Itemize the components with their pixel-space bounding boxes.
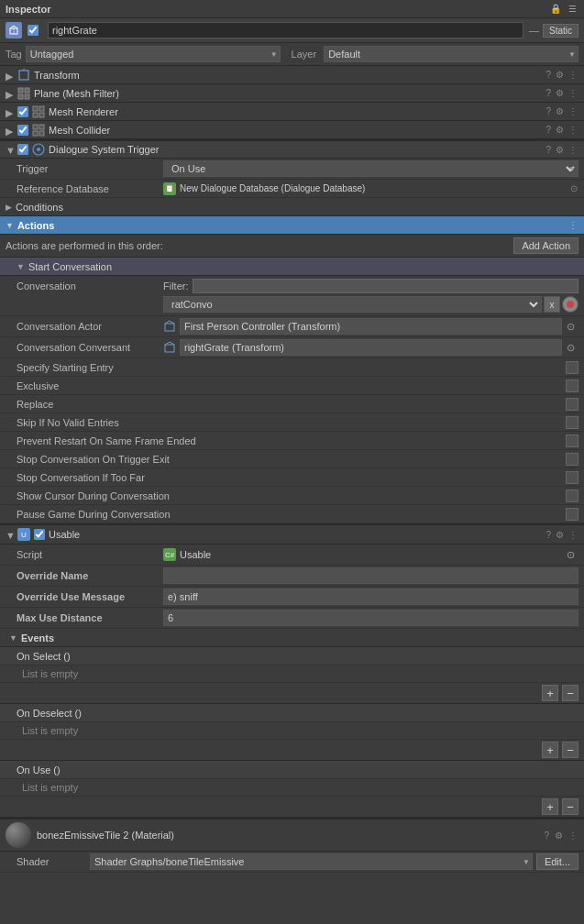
tag-dropdown[interactable]: Untagged [26, 46, 281, 62]
actor-input[interactable] [180, 318, 562, 335]
mesh-filter-help-icon[interactable]: ? [545, 87, 552, 99]
show-cursor-checkbox[interactable] [566, 490, 578, 502]
filter-row: Filter: [163, 279, 578, 293]
conv-clear-button[interactable]: x [544, 296, 560, 313]
override-name-input[interactable] [163, 567, 578, 584]
layer-dropdown[interactable]: Default [324, 46, 578, 62]
override-use-msg-label: Override Use Message [17, 591, 163, 602]
on-select-minus-button[interactable]: − [562, 685, 578, 701]
events-header: ▼ Events [0, 629, 584, 647]
mesh-collider-name: Mesh Collider [49, 125, 545, 136]
max-use-distance-input[interactable] [163, 610, 578, 626]
conv-record-button[interactable] [562, 296, 578, 313]
add-action-button[interactable]: Add Action [513, 237, 578, 254]
starting-entry-checkbox[interactable] [566, 361, 578, 374]
svg-rect-5 [25, 88, 29, 93]
dialogue-menu-icon[interactable]: ⋮ [567, 144, 578, 156]
pause-game-label: Pause Game During Conversation [17, 509, 562, 520]
actor-value [163, 318, 562, 335]
stop-too-far-checkbox[interactable] [566, 471, 578, 484]
on-deselect-empty-text: List is empty [22, 725, 78, 736]
mesh-collider-menu-icon[interactable]: ⋮ [567, 124, 578, 136]
mesh-filter-name: Plane (Mesh Filter) [34, 88, 545, 99]
filter-input[interactable] [193, 279, 579, 293]
menu-icon[interactable]: ☰ [567, 3, 578, 15]
actions-triangle[interactable]: ▼ [6, 221, 14, 230]
prevent-restart-checkbox[interactable] [566, 434, 578, 447]
events-triangle[interactable]: ▼ [9, 633, 17, 643]
start-conversation-header: ▼ Start Conversation [0, 258, 584, 276]
conversant-input[interactable] [180, 339, 562, 356]
exclusive-row: Exclusive [0, 377, 584, 395]
mesh-renderer-active[interactable] [17, 106, 28, 117]
mesh-collider-help-icon[interactable]: ? [545, 124, 552, 136]
usable-toggle[interactable]: ▼ [6, 530, 15, 539]
mesh-renderer-menu-icon[interactable]: ⋮ [567, 105, 578, 117]
dialogue-help-icon[interactable]: ? [545, 144, 552, 156]
transform-toggle[interactable]: ▶ [6, 71, 15, 80]
trigger-dropdown[interactable]: On Use [163, 160, 578, 177]
mesh-filter-menu-icon[interactable]: ⋮ [567, 87, 578, 99]
replace-row: Replace [0, 395, 584, 413]
transform-menu-icon[interactable]: ⋮ [567, 69, 578, 81]
dialogue-trigger-active[interactable] [17, 144, 28, 155]
override-use-msg-input[interactable] [163, 588, 578, 605]
skip-no-valid-checkbox[interactable] [566, 416, 578, 429]
material-menu-icon[interactable]: ⋮ [567, 830, 578, 842]
svg-rect-9 [39, 106, 44, 111]
dialogue-trigger-header: ▼ Dialogue System Trigger ? ⚙ ⋮ [0, 139, 584, 159]
replace-checkbox[interactable] [566, 398, 578, 411]
exclusive-checkbox[interactable] [566, 380, 578, 392]
usable-settings-icon[interactable]: ⚙ [555, 529, 565, 541]
usable-help-icon[interactable]: ? [545, 529, 552, 541]
on-use-label: On Use () [17, 764, 61, 776]
mesh-collider-toggle[interactable]: ▶ [6, 126, 15, 135]
shader-edit-button[interactable]: Edit... [536, 853, 578, 870]
lock-icon[interactable]: 🔒 [548, 3, 563, 15]
on-select-label: On Select () [17, 651, 71, 662]
mesh-collider-active[interactable] [17, 125, 28, 136]
mesh-filter-toggle[interactable]: ▶ [6, 89, 15, 98]
transform-settings-icon[interactable]: ⚙ [555, 69, 565, 81]
on-use-minus-button[interactable]: − [562, 798, 578, 815]
material-settings-icon[interactable]: ⚙ [554, 830, 564, 842]
mesh-collider-settings-icon[interactable]: ⚙ [555, 124, 565, 136]
on-select-plus-button[interactable]: + [542, 685, 558, 701]
object-name-input[interactable] [48, 22, 523, 38]
dialogue-settings-icon[interactable]: ⚙ [555, 144, 565, 156]
mesh-renderer-toggle[interactable]: ▶ [6, 107, 15, 116]
start-conv-triangle[interactable]: ▼ [17, 262, 25, 271]
object-active-checkbox[interactable] [28, 25, 39, 36]
object-icon [6, 22, 22, 38]
mesh-filter-settings-icon[interactable]: ⚙ [555, 87, 565, 99]
actions-right: ⋮ [567, 219, 578, 231]
actor-select-btn[interactable]: ⊙ [562, 318, 578, 335]
on-deselect-minus-button[interactable]: − [562, 742, 578, 758]
mesh-renderer-help-icon[interactable]: ? [545, 105, 552, 117]
on-use-plus-button[interactable]: + [542, 798, 558, 815]
on-deselect-plus-button[interactable]: + [542, 742, 558, 758]
conversant-label: Conversation Conversant [17, 342, 163, 353]
mesh-renderer-settings-icon[interactable]: ⚙ [555, 105, 565, 117]
usable-script-btn[interactable]: ⊙ [562, 546, 578, 563]
reference-db-row: Reference Database 📋 New Dialogue Databa… [0, 180, 584, 198]
dialogue-trigger-toggle[interactable]: ▼ [6, 145, 15, 154]
stop-trigger-exit-checkbox[interactable] [566, 453, 578, 466]
transform-help-icon[interactable]: ? [545, 69, 552, 81]
conversant-icon [163, 341, 176, 354]
usable-menu-icon[interactable]: ⋮ [567, 529, 578, 541]
conversation-dropdown[interactable]: ratConvo [163, 296, 542, 313]
conditions-row[interactable]: ▶ Conditions [0, 198, 584, 216]
shader-dropdown[interactable]: Shader Graphs/boneTileEmissive [90, 853, 533, 870]
actions-menu-icon[interactable]: ⋮ [567, 219, 578, 231]
conversant-select-btn[interactable]: ⊙ [562, 339, 578, 356]
actions-label: Actions [17, 220, 54, 231]
reference-db-btn[interactable]: ⊙ [569, 182, 578, 194]
usable-active-checkbox[interactable] [34, 529, 45, 540]
static-button[interactable]: Static [543, 24, 578, 38]
inspector-header: Inspector 🔒 ☰ [0, 0, 584, 18]
pause-game-checkbox[interactable] [566, 508, 578, 521]
conversation-actor-row: Conversation Actor ⊙ [0, 316, 584, 337]
material-help-icon[interactable]: ? [543, 830, 550, 842]
stop-trigger-exit-row: Stop Conversation On Trigger Exit [0, 450, 584, 468]
